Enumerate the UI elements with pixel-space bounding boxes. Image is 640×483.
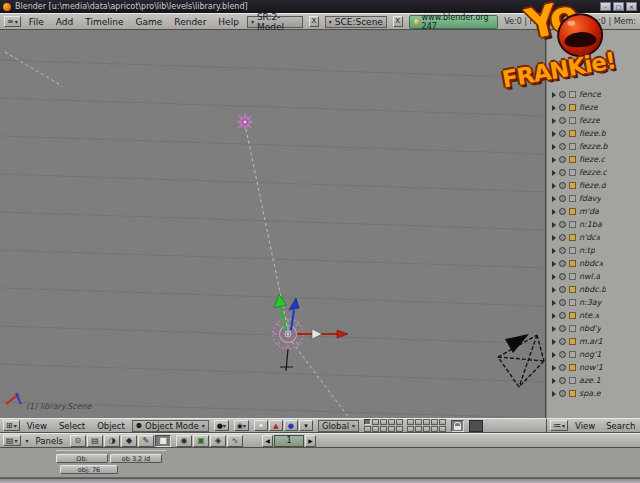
manipulator-rotate-toggle[interactable]: ● xyxy=(284,420,298,431)
menu-item[interactable]: Object xyxy=(95,421,127,431)
object-name[interactable]: fieze.b xyxy=(579,129,606,138)
object-name[interactable]: aze.1 xyxy=(579,376,601,385)
screen-delete-button[interactable]: X xyxy=(309,16,319,27)
object-field-b[interactable]: ob 3.2 id xyxy=(110,454,162,463)
world-subcontext-icon[interactable]: ∿ xyxy=(227,435,243,447)
layer-toggle[interactable] xyxy=(407,419,414,425)
menu-item[interactable]: File xyxy=(27,17,46,27)
frame-step-back-icon[interactable]: ◀ xyxy=(262,435,273,447)
expand-triangle-icon[interactable] xyxy=(552,196,556,202)
layer-toggle[interactable] xyxy=(431,426,438,432)
menu-item[interactable]: Timeline xyxy=(83,17,125,27)
menu-item[interactable]: View xyxy=(573,421,597,431)
expand-triangle-icon[interactable] xyxy=(552,300,556,306)
scene-selector[interactable]: ▾ SCE:Scene xyxy=(325,16,387,28)
expand-triangle-icon[interactable] xyxy=(552,261,556,267)
editor-type-button-outliner[interactable]: ≔▾ xyxy=(550,420,568,431)
object-name[interactable]: nbdc.b xyxy=(579,285,606,294)
expand-triangle-icon[interactable] xyxy=(552,287,556,293)
layer-toggle[interactable] xyxy=(407,426,414,432)
editor-type-button-3dview[interactable]: ⊞▾ xyxy=(3,420,20,431)
pivot-dropdown[interactable]: ◉▾ xyxy=(234,420,249,431)
object-name[interactable]: fezze.c xyxy=(579,168,607,177)
layer-toggle[interactable] xyxy=(388,419,395,425)
expand-triangle-icon[interactable] xyxy=(552,339,556,345)
outliner-row[interactable]: nbdcx xyxy=(547,257,640,270)
expand-triangle-icon[interactable] xyxy=(552,365,556,371)
menu-item[interactable]: Add xyxy=(54,17,75,27)
texture-subcontext-icon[interactable]: ◈ xyxy=(210,435,226,447)
manipulator-hand-toggle[interactable]: ✦ xyxy=(254,420,268,431)
object-name[interactable]: fezze xyxy=(579,116,600,125)
outliner-row[interactable]: nbdc.b xyxy=(547,283,640,296)
shading-context-icon[interactable]: ◑ xyxy=(104,435,120,447)
object-name[interactable]: n:1ba xyxy=(579,220,602,229)
outliner-row[interactable]: fdavy xyxy=(547,192,640,205)
object-name[interactable]: m.ar1 xyxy=(579,337,603,346)
expand-triangle-icon[interactable] xyxy=(552,144,556,150)
outliner-row[interactable]: nwl.a xyxy=(547,270,640,283)
layer-toggle[interactable] xyxy=(372,419,379,425)
outliner-row[interactable]: now'1 xyxy=(547,361,640,374)
object-name[interactable]: nog'1 xyxy=(579,350,601,359)
layer-toggle[interactable] xyxy=(364,426,371,432)
frame-step-forward-icon[interactable]: ▶ xyxy=(305,435,316,447)
orientation-dropdown[interactable]: Global ▾ xyxy=(318,420,359,432)
object-field-c[interactable]: obj: 76 xyxy=(60,465,118,474)
expand-triangle-icon[interactable] xyxy=(552,313,556,319)
object-field-a[interactable]: Ob: xyxy=(56,454,108,463)
expand-triangle-icon[interactable] xyxy=(552,274,556,280)
screen-selector[interactable]: ▾ SR:2-Model xyxy=(247,16,303,28)
layer-toggle[interactable] xyxy=(396,426,403,432)
object-name[interactable]: fieze.c xyxy=(579,155,605,164)
expand-triangle-icon[interactable] xyxy=(552,352,556,358)
outliner-row[interactable]: fieze.d xyxy=(547,179,640,192)
expand-triangle-icon[interactable] xyxy=(552,326,556,332)
menu-item[interactable]: Search xyxy=(604,421,637,431)
close-button[interactable]: × xyxy=(626,2,637,11)
menu-item[interactable]: View xyxy=(25,421,49,431)
lock-icon[interactable] xyxy=(451,420,464,432)
object-name[interactable]: spa.e xyxy=(579,389,601,398)
layer-toggle[interactable] xyxy=(380,426,387,432)
viewport-canvas[interactable] xyxy=(0,30,546,418)
outliner-row[interactable]: m'da xyxy=(547,205,640,218)
menu-item[interactable]: Select xyxy=(57,421,87,431)
script-context-icon[interactable]: ▤ xyxy=(87,435,103,447)
layer-toggle[interactable] xyxy=(380,419,387,425)
expand-triangle-icon[interactable] xyxy=(552,170,556,176)
object-name[interactable]: m'da xyxy=(579,207,599,216)
object-name[interactable]: n:3ay xyxy=(579,298,602,307)
manipulator-dropdown[interactable]: ▾ xyxy=(299,420,313,431)
outliner-row[interactable]: n:tp xyxy=(547,244,640,257)
layer-toggle[interactable] xyxy=(423,419,430,425)
layer-toggle[interactable] xyxy=(396,419,403,425)
expand-triangle-icon[interactable] xyxy=(552,222,556,228)
object-name[interactable]: fdavy xyxy=(579,194,601,203)
outliner-row[interactable]: aze.1 xyxy=(547,374,640,387)
object-name[interactable]: fieze.d xyxy=(579,181,606,190)
render-preview-icon[interactable] xyxy=(469,420,483,432)
expand-triangle-icon[interactable] xyxy=(552,105,556,111)
object-name[interactable]: nwl.a xyxy=(579,272,600,281)
outliner-row[interactable]: nte.x xyxy=(547,309,640,322)
outliner-row[interactable]: m.ar1 xyxy=(547,335,640,348)
object-name[interactable]: nbd'y xyxy=(579,324,601,333)
outliner-row[interactable]: n:3ay xyxy=(547,296,640,309)
outliner-row[interactable]: nbd'y xyxy=(547,322,640,335)
mode-dropdown[interactable]: ⚉ Object Mode ▾ xyxy=(132,420,209,432)
expand-triangle-icon[interactable] xyxy=(552,183,556,189)
layer-toggle[interactable] xyxy=(431,419,438,425)
outliner-row[interactable]: fezze.c xyxy=(547,166,640,179)
expand-triangle-icon[interactable] xyxy=(552,157,556,163)
expand-triangle-icon[interactable] xyxy=(552,92,556,98)
outliner-row[interactable]: fence xyxy=(547,88,640,101)
layer-toggle[interactable] xyxy=(364,419,371,425)
object-name[interactable]: n'dcx xyxy=(579,233,600,242)
outliner-row[interactable]: fieze.c xyxy=(547,153,640,166)
scene-context-icon[interactable]: ■ xyxy=(155,435,171,447)
object-name[interactable]: fezze.b xyxy=(579,142,608,151)
outliner-row[interactable]: n'dcx xyxy=(547,231,640,244)
layer-toggle[interactable] xyxy=(372,426,379,432)
layer-toggle[interactable] xyxy=(439,426,446,432)
